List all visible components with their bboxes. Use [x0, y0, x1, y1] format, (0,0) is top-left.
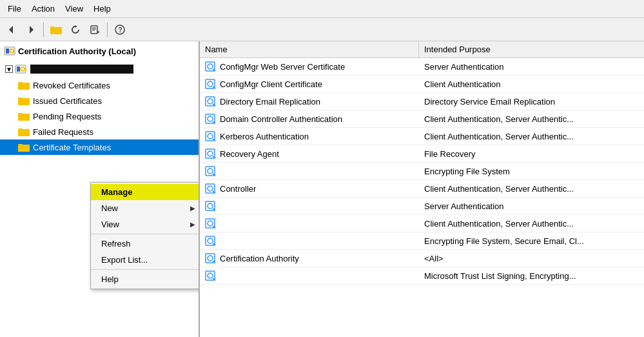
- toolbar: ?: [0, 18, 644, 41]
- ctx-item-view[interactable]: View ▶: [91, 216, 200, 232]
- cell-purpose: Client Authentication, Server Authentic.…: [419, 129, 644, 144]
- menu-help[interactable]: Help: [88, 3, 116, 15]
- tree-label-failed: Failed Requests: [33, 127, 93, 137]
- table-row[interactable]: Client Authentication, Server Authentic.…: [200, 215, 644, 232]
- cell-name: [200, 215, 419, 232]
- svg-marker-1: [30, 26, 34, 34]
- menu-action[interactable]: Action: [26, 3, 60, 15]
- ctx-item-manage[interactable]: Manage: [91, 184, 200, 200]
- ctx-new-label: New: [101, 203, 118, 213]
- tree-item-revoked[interactable]: Revoked Certificates: [0, 77, 199, 93]
- main-container: Certification Authority (Local) ▼ Revoke…: [0, 41, 644, 337]
- cell-purpose: Client Authentication, Server Authentic.…: [419, 216, 644, 231]
- cell-name: [200, 232, 419, 249]
- menu-view[interactable]: View: [60, 3, 88, 15]
- ctx-new-arrow: ▶: [190, 205, 195, 212]
- ctx-item-export[interactable]: Export List...: [91, 252, 200, 268]
- tree-item-issued[interactable]: Issued Certificates: [0, 93, 199, 108]
- tree-item-templates[interactable]: Certificate Templates: [0, 139, 199, 155]
- menu-file[interactable]: File: [3, 3, 26, 15]
- table-row[interactable]: Recovery Agent File Recovery: [200, 145, 644, 163]
- ctx-export-label: Export List...: [101, 255, 148, 265]
- folder-icon-issued: [18, 96, 30, 106]
- table-row[interactable]: Kerberos Authentication Client Authentic…: [200, 128, 644, 145]
- ctx-help-label: Help: [101, 274, 119, 284]
- table-row[interactable]: ConfigMgr Client Certificate Client Auth…: [200, 76, 644, 93]
- table-row[interactable]: Certification Authority <All>: [200, 250, 644, 267]
- ca-node[interactable]: ▼: [0, 61, 199, 77]
- ca-node-icon: [15, 63, 26, 75]
- table-row[interactable]: Encrypting File System: [200, 163, 644, 180]
- folder-icon-revoked: [18, 80, 30, 90]
- tree-label-pending: Pending Requests: [33, 112, 101, 121]
- table-row[interactable]: Domain Controller Authentication Client …: [200, 110, 644, 128]
- table-row[interactable]: Microsoft Trust List Signing, Encrypting…: [200, 267, 644, 285]
- ctx-item-new[interactable]: New ▶: [91, 200, 200, 216]
- ca-icon: [4, 45, 15, 57]
- svg-rect-29: [18, 144, 23, 146]
- export-button[interactable]: [86, 21, 104, 39]
- folder-icon-templates: [18, 142, 30, 152]
- svg-rect-23: [18, 97, 23, 99]
- folder-button[interactable]: [47, 21, 65, 39]
- refresh-button[interactable]: [66, 21, 84, 39]
- cell-purpose: Client Authentication, Server Authentic.…: [419, 112, 644, 127]
- tree-item-failed[interactable]: Failed Requests: [0, 124, 199, 139]
- expand-icon[interactable]: ▼: [5, 65, 13, 73]
- cell-name: ConfigMgr Client Certificate: [200, 76, 419, 92]
- ctx-view-arrow: ▶: [190, 221, 195, 228]
- svg-marker-4: [75, 25, 77, 28]
- cell-purpose: Directory Service Email Replication: [419, 94, 644, 109]
- ctx-manage-label: Manage: [101, 187, 132, 197]
- cell-purpose: Server Authentication: [419, 199, 644, 214]
- ctx-item-refresh[interactable]: Refresh: [91, 236, 200, 252]
- table-row[interactable]: Encrypting File System, Secure Email, Cl…: [200, 232, 644, 250]
- back-button[interactable]: [3, 21, 21, 39]
- toolbar-separator-2: [107, 23, 108, 37]
- tree-label-templates: Certificate Templates: [33, 143, 111, 152]
- menubar: File Action View Help: [0, 0, 644, 18]
- help-button[interactable]: ?: [111, 21, 129, 39]
- cert-icon: [205, 270, 217, 281]
- cell-name: Directory Email Replication: [200, 93, 419, 110]
- cell-name: [200, 163, 419, 179]
- cell-name: Recovery Agent: [200, 145, 419, 162]
- cert-icon: [205, 165, 217, 177]
- cell-purpose: Microsoft Trust List Signing, Encrypting…: [419, 269, 644, 283]
- ctx-separator-2: [91, 269, 200, 270]
- ctx-item-help[interactable]: Help: [91, 271, 200, 287]
- tree-panel: Certification Authority (Local) ▼ Revoke…: [0, 41, 200, 337]
- tree-label-revoked: Revoked Certificates: [33, 81, 110, 90]
- cert-icon: [205, 148, 217, 159]
- ctx-separator-1: [91, 234, 200, 234]
- cell-name: Kerberos Authentication: [200, 128, 419, 145]
- forward-button[interactable]: [22, 21, 40, 39]
- cell-purpose: Encrypting File System: [419, 164, 644, 179]
- svg-text:?: ?: [119, 26, 122, 34]
- cert-icon: [205, 235, 217, 247]
- svg-rect-3: [50, 26, 55, 28]
- cell-purpose: Client Authentication, Server Authentic.…: [419, 181, 644, 196]
- ctx-view-label: View: [101, 220, 119, 229]
- svg-rect-27: [18, 128, 23, 130]
- cert-icon: [205, 218, 217, 229]
- table-row[interactable]: Server Authentication: [200, 198, 644, 215]
- cert-icon: [205, 183, 217, 194]
- table-row[interactable]: ConfigMgr Web Server Certificate Server …: [200, 58, 644, 76]
- col-header-name[interactable]: Name: [200, 41, 419, 57]
- col-header-purpose[interactable]: Intended Purpose: [419, 41, 644, 57]
- cert-icon: [205, 130, 217, 142]
- list-header: Name Intended Purpose: [200, 41, 644, 58]
- tree-label-issued: Issued Certificates: [33, 96, 102, 106]
- folder-icon-failed: [18, 127, 30, 137]
- table-row[interactable]: Directory Email Replication Directory Se…: [200, 93, 644, 110]
- tree-root-header: Certification Authority (Local): [0, 41, 199, 61]
- cell-purpose: Server Authentication: [419, 59, 644, 74]
- ctx-refresh-label: Refresh: [101, 239, 131, 249]
- tree-item-pending[interactable]: Pending Requests: [0, 108, 199, 124]
- list-panel: Name Intended Purpose ConfigMgr Web Serv…: [200, 41, 644, 337]
- cell-name: ConfigMgr Web Server Certificate: [200, 58, 419, 75]
- cell-purpose: Client Authentication: [419, 77, 644, 92]
- cell-name: Domain Controller Authentication: [200, 110, 419, 127]
- table-row[interactable]: Controller Client Authentication, Server…: [200, 180, 644, 198]
